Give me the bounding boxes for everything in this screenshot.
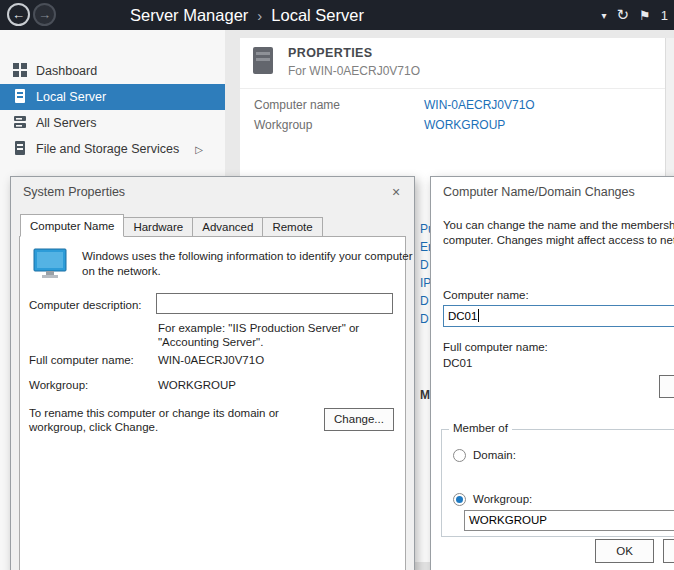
workgroup-label: Workgroup: [29,379,88,391]
notification-count-badge[interactable]: 1 [661,8,668,23]
system-properties-dialog: System Properties × Computer Name Hardwa… [10,176,415,570]
property-value-link[interactable]: WORKGROUP [424,118,505,132]
intro-text: Windows uses the following information t… [82,250,412,262]
property-row-computer-name: Computer name WIN-0AECRJ0V71O [254,98,656,112]
sidebar-item-label: Dashboard [36,64,97,78]
sidebar-item-label: File and Storage Services [36,142,179,156]
file-storage-icon [13,141,27,158]
intro-text: You can change the name and the membersh… [443,219,674,231]
topbar-actions: ▾ ↻ ⚑ 1 [602,0,669,30]
server-manager-window: ← → Server Manager›Local Server ▾ ↻ ⚑ 1 … [0,0,674,570]
clipped-property-text: D [420,294,429,308]
property-label: Workgroup [254,118,312,132]
full-computer-name-value: DC01 [443,357,472,369]
rename-hint-text: To rename this computer or change its do… [29,407,279,419]
change-button[interactable]: Change... [324,408,394,431]
text-cursor [478,309,479,322]
forward-button[interactable]: → [33,3,56,26]
sidebar-item-label: Local Server [36,90,106,104]
sidebar-item-all-servers[interactable]: All Servers [0,110,225,136]
computer-name-input[interactable]: DC01 [443,305,674,327]
workgroup-value: WORKGROUP [158,379,236,391]
example-text: "Accounting Server". [158,336,263,348]
tab-computer-name[interactable]: Computer Name [20,214,124,237]
refresh-icon[interactable]: ↻ [617,6,630,24]
server-tile-icon [253,47,273,74]
forward-arrow-icon: → [38,7,51,22]
breadcrumb-separator-icon: › [257,7,262,24]
computer-name-label: Computer name: [443,289,529,301]
notifications-flag-icon[interactable]: ⚑ [639,8,651,23]
dashboard-grid-icon [13,63,27,80]
full-computer-name-label: Full computer name: [29,354,134,366]
divider [240,88,666,89]
full-computer-name-label: Full computer name: [443,341,548,353]
tab-remote[interactable]: Remote [262,217,322,237]
server-icon [13,89,27,106]
rename-hint-text: workgroup, click Change. [29,421,158,433]
sidebar-item-file-storage-services[interactable]: File and Storage Services ▷ [0,136,225,162]
sidebar-item-dashboard[interactable]: Dashboard [0,58,225,84]
servers-stack-icon [13,115,27,132]
computer-name-domain-changes-dialog: Computer Name/Domain Changes You can cha… [430,176,674,570]
domain-radio[interactable] [453,449,466,462]
full-computer-name-value: WIN-0AECRJ0V71O [158,354,264,366]
property-label: Computer name [254,98,340,112]
ok-button[interactable]: OK [595,539,654,563]
clipped-property-text: M [420,388,430,402]
sidebar-item-local-server[interactable]: Local Server [0,84,225,110]
close-icon[interactable]: × [386,182,406,202]
properties-subtitle: For WIN-0AECRJ0V71O [288,64,420,78]
chevron-right-icon[interactable]: ▷ [195,144,203,155]
intro-text: computer. Changes might affect access to… [443,234,674,246]
workgroup-radio[interactable] [453,493,466,506]
cancel-button-clipped[interactable] [663,539,674,563]
computer-description-input[interactable] [156,293,393,314]
more-button-clipped[interactable] [659,375,674,398]
app-title[interactable]: Server Manager [130,6,248,24]
topbar: ← → Server Manager›Local Server ▾ ↻ ⚑ 1 [0,0,674,30]
member-of-label: Member of [449,422,512,434]
dialog-title: Computer Name/Domain Changes [443,177,635,207]
computer-name-value: DC01 [448,310,477,322]
breadcrumb: Server Manager›Local Server [130,0,364,30]
dialog-title: System Properties [23,177,125,207]
monitor-icon [32,247,70,285]
clipped-property-text: D [420,312,429,326]
computer-description-label: Computer description: [29,299,142,311]
sidebar-item-label: All Servers [36,116,96,130]
tab-hardware[interactable]: Hardware [123,217,193,237]
tab-advanced[interactable]: Advanced [192,217,263,237]
tab-strip: Computer Name Hardware Advanced Remote [20,214,322,237]
example-text: For example: "IIS Production Server" or [158,322,359,334]
intro-text: on the network. [82,265,161,277]
domain-radio-label[interactable]: Domain: [473,449,516,461]
back-button[interactable]: ← [7,3,30,26]
computer-name-tab-page: Windows uses the following information t… [19,236,406,570]
clipped-property-text: D [420,258,429,272]
workgroup-value: WORKGROUP [469,514,547,526]
workgroup-radio-label[interactable]: Workgroup: [473,493,532,505]
page-title: Local Server [271,6,364,24]
back-arrow-icon: ← [12,7,25,22]
sidebar-spacer [0,30,225,58]
workgroup-input[interactable]: WORKGROUP [464,510,674,531]
property-row-workgroup: Workgroup WORKGROUP [254,118,656,132]
property-value-link[interactable]: WIN-0AECRJ0V71O [424,98,535,112]
chevron-down-icon[interactable]: ▾ [602,10,607,21]
properties-title: PROPERTIES [288,46,373,60]
